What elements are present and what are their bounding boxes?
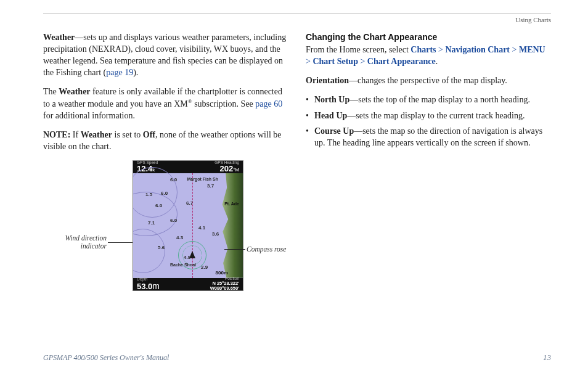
course-up-term: Course Up bbox=[314, 126, 354, 136]
page-number: 13 bbox=[543, 353, 551, 363]
txt: for additional information. bbox=[43, 111, 135, 120]
header-rule bbox=[43, 14, 551, 14]
chart-figure: Wind direction indicator GPS Speed 12.4k… bbox=[43, 160, 290, 302]
content-columns: Weather—sets up and displays various wea… bbox=[43, 32, 551, 302]
gps-depth-value: 53.0 bbox=[137, 282, 152, 291]
gps-position-coords: N 25°28.322' W080°09.650' bbox=[210, 281, 239, 291]
path-intro: From the Home screen, select bbox=[306, 45, 410, 54]
txt: is set to bbox=[112, 130, 143, 139]
poi-margot: Margot Fish Sh bbox=[187, 177, 218, 181]
weather-term-3: Weather bbox=[81, 130, 112, 139]
lon: W080°09.650' bbox=[210, 285, 239, 291]
off-term: Off bbox=[143, 130, 155, 139]
list-item-course-up: Course Up—sets the map so the direction … bbox=[306, 126, 551, 149]
orientation-paragraph: Orientation—changes the perspective of t… bbox=[306, 75, 551, 87]
page: Using Charts Weather—sets up and display… bbox=[0, 0, 588, 381]
sounding: 6.0 bbox=[161, 190, 168, 196]
gps-screenshot: GPS Speed 12.4k GPS Heading 202°M bbox=[133, 160, 243, 291]
sounding: 3.7 bbox=[207, 183, 214, 189]
path-sep: > bbox=[306, 57, 312, 66]
weather-desc: —sets up and displays various weather pa… bbox=[43, 33, 286, 77]
sounding: 3.6 bbox=[212, 231, 219, 237]
callout-wind-direction: Wind direction indicator bbox=[43, 234, 107, 252]
orientation-term: Orientation bbox=[306, 76, 349, 85]
registered-mark: ® bbox=[188, 98, 192, 104]
sounding: 6.0 bbox=[170, 177, 177, 182]
gps-heading-value: 202 bbox=[219, 164, 233, 173]
gps-depth-unit: m bbox=[152, 281, 160, 291]
sounding: 6.0 bbox=[170, 218, 177, 223]
right-column: Changing the Chart Appearance From the H… bbox=[306, 32, 551, 302]
path-charts[interactable]: Charts bbox=[410, 45, 436, 54]
sounding: 7.1 bbox=[148, 220, 155, 226]
poi-bache: Bache Shoal bbox=[170, 263, 196, 267]
land-mass bbox=[222, 173, 243, 278]
page60-link[interactable]: page 60 bbox=[255, 99, 282, 109]
page-footer: GPSMAP 400/500 Series Owner's Manual 13 bbox=[43, 353, 551, 363]
manual-title: GPSMAP 400/500 Series Owner's Manual bbox=[43, 353, 169, 363]
callout-wind-line1: Wind direction bbox=[43, 234, 107, 243]
weather-close: ). bbox=[133, 68, 138, 77]
list-item-head-up: Head Up—sets the map display to the curr… bbox=[306, 110, 551, 122]
weather-term: Weather bbox=[43, 33, 75, 42]
map-scale: 800m bbox=[216, 270, 228, 276]
page19-link[interactable]: page 19 bbox=[106, 68, 133, 77]
callout-leader-right bbox=[224, 249, 245, 250]
weather-availability-paragraph: The Weather feature is only available if… bbox=[43, 86, 290, 122]
header-section-label: Using Charts bbox=[515, 16, 551, 23]
navigation-path-paragraph: From the Home screen, select Charts > Na… bbox=[306, 44, 551, 68]
sounding: 2.9 bbox=[201, 264, 208, 270]
path-end: . bbox=[436, 57, 438, 66]
gps-heading-unit: °M bbox=[233, 167, 239, 173]
orientation-desc: —changes the perspective of the map disp… bbox=[349, 76, 507, 85]
sounding: 4.9 bbox=[184, 255, 190, 260]
sounding: 4.1 bbox=[198, 225, 205, 231]
path-sep: > bbox=[358, 57, 367, 66]
path-sep: > bbox=[510, 45, 519, 54]
head-up-desc: —sets the map display to the current tra… bbox=[347, 111, 525, 120]
weather-definition-paragraph: Weather—sets up and displays various wea… bbox=[43, 32, 290, 79]
poi-adams: Pt. Ade bbox=[224, 202, 239, 206]
sounding: 1.5 bbox=[145, 192, 152, 197]
gps-map-area: 1.5 6.0 6.0 6.7 6.0 3.7 7.1 6.0 4.1 4.3 … bbox=[133, 173, 243, 278]
path-navigation-chart[interactable]: Navigation Chart bbox=[445, 45, 510, 54]
list-item-north-up: North Up—sets the top of the map display… bbox=[306, 94, 551, 106]
contour-line bbox=[133, 229, 165, 273]
head-up-term: Head Up bbox=[314, 111, 347, 120]
callout-wind-line2: indicator bbox=[43, 242, 107, 251]
path-sep: > bbox=[436, 45, 446, 54]
txt: The bbox=[43, 87, 59, 96]
txt: If bbox=[70, 130, 80, 139]
orientation-options-list: North Up—sets the top of the map display… bbox=[306, 94, 551, 150]
weather-term-2: Weather bbox=[59, 87, 90, 96]
gps-position-cell: Position N 25°28.322' W080°09.650' bbox=[210, 277, 239, 291]
gps-bottombar: Depth 53.0m Position N 25°28.322' W080°0… bbox=[133, 278, 243, 290]
gps-heading-cell: GPS Heading 202°M bbox=[214, 161, 239, 173]
weather-note-paragraph: NOTE: If Weather is set to Off, none of … bbox=[43, 129, 290, 153]
sounding: 6.7 bbox=[186, 200, 193, 206]
north-up-term: North Up bbox=[314, 95, 349, 104]
left-column: Weather—sets up and displays various wea… bbox=[43, 32, 290, 302]
north-up-desc: —sets the top of the map display to a no… bbox=[349, 95, 530, 104]
path-chart-appearance[interactable]: Chart Appearance bbox=[367, 57, 436, 66]
gps-depth-cell: Depth 53.0m bbox=[137, 277, 160, 290]
txt: subscription. See bbox=[192, 99, 256, 109]
sounding: 6.0 bbox=[155, 203, 162, 208]
sounding: 5.6 bbox=[158, 245, 165, 250]
callout-compass-rose: Compass rose bbox=[247, 245, 286, 253]
note-label: NOTE: bbox=[43, 130, 70, 139]
path-menu[interactable]: MENU bbox=[519, 45, 545, 54]
path-chart-setup[interactable]: Chart Setup bbox=[312, 57, 358, 66]
sounding: 4.3 bbox=[176, 235, 183, 240]
changing-chart-appearance-heading: Changing the Chart Appearance bbox=[306, 32, 551, 42]
